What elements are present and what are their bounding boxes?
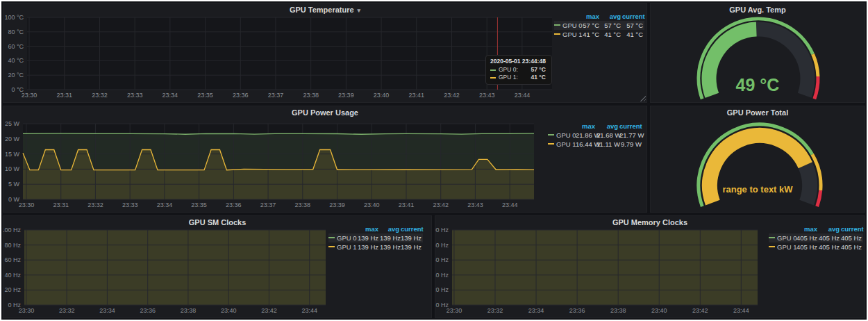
legend-stat-header[interactable]: max [576,122,596,131]
panel-title-gpu-power-total[interactable]: GPU Power Total [651,108,865,117]
gauge-gpu-power-total [651,106,866,213]
legend-series-name[interactable]: GPU 1 [556,140,576,149]
legend-stat-value: 57 °C [601,21,622,30]
legend-stat-value: 139 Hz [380,242,401,252]
x-axis-label: 23:44 [515,92,531,99]
x-axis-label: 23:34 [162,92,178,99]
x-axis-label: 23:36 [140,307,156,314]
x-axis-label: 23:33 [127,92,143,99]
y-axis-label: 40 Hz [4,272,21,279]
x-axis-label: 23:34 [99,307,115,314]
panel-title-gpu-avg-temp[interactable]: GPU Avg. Temp [651,6,865,14]
legend-stat-value: 57 °C [622,21,644,30]
legend-series-name[interactable]: GPU 0 [337,233,356,242]
legend-series-color[interactable] [769,242,777,252]
y-axis-label: 80 Hz [435,242,449,249]
series-color-swatch [490,77,496,79]
x-axis-label: 23:31 [53,201,69,208]
x-axis-label: 23:33 [122,201,138,208]
x-axis-label: 23:39 [329,201,345,208]
x-axis-label: 23:41 [409,92,425,99]
plot-background [27,17,552,90]
x-axis-label: 23:37 [268,92,284,99]
x-axis-label: 23:32 [59,307,75,314]
legend-stat-value: 9.79 W [619,140,643,149]
panel-resize-handle[interactable] [640,95,646,101]
legend-stat-value: 21.77 W [619,131,643,140]
legend-stat-value: 405 Hz [841,242,863,252]
legend-spacer [548,122,556,131]
x-axis-label: 23:30 [446,307,462,314]
panel-title-gpu-temperature[interactable]: GPU Temperature▾ [3,6,646,14]
panel-title-text: GPU Power Total [727,108,788,117]
y-axis-label: 20 °C [8,72,24,79]
panel-title-text: GPU SM Clocks [189,218,247,227]
legend-series-name[interactable]: GPU 0 [556,131,576,140]
x-axis-label: 23:43 [479,92,495,99]
legend-stat-value: 41 °C [622,30,644,39]
legend-series-color[interactable] [554,21,562,30]
legend-stat-header[interactable]: current [619,122,643,131]
legend-stat-value: 139 Hz [356,242,380,252]
x-axis-label: 23:39 [338,92,354,99]
legend-series-name[interactable]: GPU 0 [777,233,796,242]
y-axis-label: 60 Hz [435,256,449,263]
y-axis-label: 100 Hz [435,227,449,233]
x-axis-label: 23:38 [303,92,319,99]
series-color-swatch [490,69,496,71]
x-axis-label: 23:42 [692,307,708,314]
panel-gpu-sm-clocks: GPU SM Clocks 0 Hz20 Hz40 Hz60 Hz80 Hz10… [3,215,432,318]
legend-stat-header[interactable]: avg [596,122,619,131]
x-axis-label: 23:40 [364,201,380,208]
tooltip-series-value: 41 °C [531,74,546,81]
legend-stat-value: 21.68 W [596,131,619,140]
x-axis-label: 23:42 [261,307,277,314]
tooltip-series-value: 57 °C [531,66,546,74]
browser-frame: GPU Temperature▾ 0 °C20 °C40 °C60 °C80 °… [0,0,868,321]
x-axis-label: 23:44 [502,201,518,208]
legend-stat-value: 57 °C [582,21,601,30]
time-series-chart-gpu-temperature[interactable]: 0 °C20 °C40 °C60 °C80 °C100 °C23:3023:31… [3,3,648,104]
gauge-value: 49 °C [651,75,865,95]
legend-stat-value: 41 °C [601,30,622,39]
legend-stat-value: 139 Hz [380,233,401,242]
x-axis-label: 23:37 [260,201,276,208]
legend-series-name[interactable]: GPU 1 [337,242,356,252]
gauge-value: range to text kW [651,184,865,195]
legend-series-color[interactable] [548,131,556,140]
y-axis-label: 40 Hz [435,272,449,279]
x-axis-label: 23:32 [92,92,108,99]
legend-series-color[interactable] [328,242,337,252]
x-axis-label: 23:44 [733,307,749,314]
x-axis-label: 23:38 [610,307,626,314]
panel-title-gpu-sm-clocks[interactable]: GPU SM Clocks [3,218,431,227]
x-axis-label: 23:36 [569,307,585,314]
y-axis-label: 60 Hz [4,256,21,263]
legend-stat-value: 16.44 W [576,140,596,149]
panel-gpu-avg-temp: GPU Avg. Temp 49 °C [650,3,865,103]
y-axis-label: 5 W [8,181,20,188]
legend-stat-value: 405 Hz [796,242,819,252]
panel-title-text: GPU Avg. Temp [729,6,786,14]
legend-series-color[interactable] [328,233,337,242]
legend-series-name[interactable]: GPU 0 [562,21,582,30]
panel-title-text: GPU Power Usage [292,108,358,117]
legend-stat-value: 139 Hz [356,233,380,242]
graph-legend: maxavgcurrentGPU 0139 Hz139 Hz139 HzGPU … [328,224,423,252]
x-axis-label: 23:43 [467,201,483,208]
legend-series-color[interactable] [769,233,777,242]
legend-series-name[interactable]: GPU 1 [562,30,582,39]
legend-series-color[interactable] [554,30,562,39]
panel-title-gpu-power-usage[interactable]: GPU Power Usage [3,108,646,117]
x-axis-label: 23:41 [399,201,415,208]
legend-series-name[interactable]: GPU 1 [777,242,796,252]
legend-stat-value: 405 Hz [841,233,863,242]
series-fill-gpu-1 [24,230,326,305]
y-axis-label: 100 °C [4,14,24,21]
legend-stat-value: 139 Hz [401,233,423,242]
legend-series-color[interactable] [548,140,556,149]
legend-stat-value: 405 Hz [819,242,841,252]
x-axis-label: 23:32 [487,307,503,314]
panel-title-gpu-memory-clocks[interactable]: GPU Memory Clocks [435,218,865,227]
graph-legend: maxavgcurrentGPU 021.86 W21.68 W21.77 WG… [548,122,643,149]
